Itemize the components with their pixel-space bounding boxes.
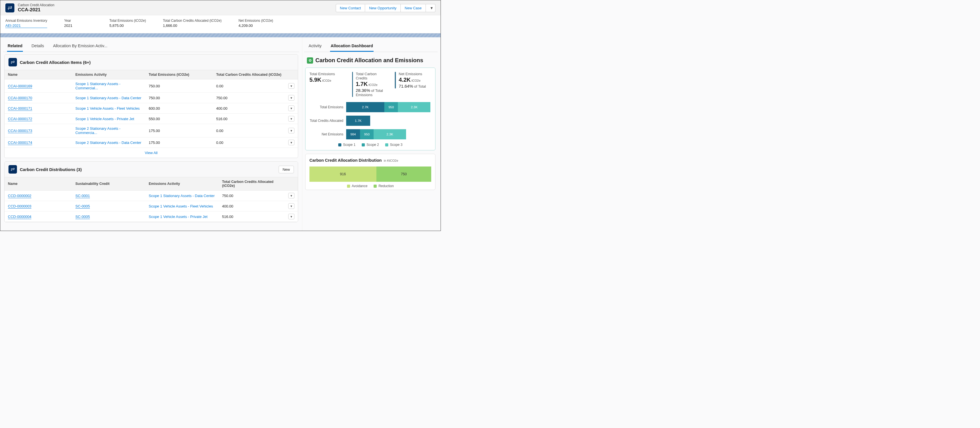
bar-segment-scope-2: 950 bbox=[360, 129, 374, 139]
item-name-link[interactable]: CCAI-0000171 bbox=[8, 106, 32, 111]
dist-segment-avoidance: 916 bbox=[309, 167, 376, 182]
dashboard-title: Carbon Credit Allocation and Emissions bbox=[315, 57, 423, 64]
bar-segment-scope-1: 984 bbox=[346, 129, 360, 139]
dcol-activity: Emissions Activity bbox=[145, 177, 219, 191]
item-name-link[interactable]: CCAI-0000169 bbox=[8, 84, 32, 89]
net-emissions-value: 4,209.00 bbox=[239, 24, 273, 28]
item-credits: 0.00 bbox=[213, 124, 285, 137]
distributions-card: Carbon Credit Distributions (3) New Name… bbox=[4, 161, 298, 222]
allocation-items-table: Name Emissions Activity Total Emissions … bbox=[5, 70, 298, 148]
dist-credit-link[interactable]: SC-0005 bbox=[75, 204, 90, 208]
more-actions-button[interactable]: ▼ bbox=[426, 4, 436, 12]
row-menu-button[interactable]: ▼ bbox=[288, 128, 294, 134]
table-row: CCAI-0000174 Scope 2 Stationary Assets -… bbox=[5, 137, 298, 148]
item-activity-link[interactable]: Scope 2 Stationary Assets - Commercia... bbox=[75, 126, 121, 135]
dist-credit-link[interactable]: SC-0005 bbox=[75, 215, 90, 219]
header-actions: New Contact New Opportunity New Case ▼ bbox=[336, 4, 436, 12]
item-credits: 750.00 bbox=[213, 93, 285, 103]
net-emissions-label: Net Emissions (tCO2e) bbox=[239, 19, 273, 22]
row-menu-button[interactable]: ▼ bbox=[288, 83, 294, 89]
item-credits: 400.00 bbox=[213, 103, 285, 114]
item-credits: 0.00 bbox=[213, 80, 285, 93]
new-distribution-button[interactable]: New bbox=[278, 165, 294, 173]
stat-total-cc-label: Total Carbon Credits bbox=[356, 72, 388, 80]
col-name: Name bbox=[5, 70, 72, 80]
list-icon bbox=[8, 58, 17, 67]
tab-activity[interactable]: Activity bbox=[308, 40, 322, 52]
item-credits: 516.00 bbox=[213, 114, 285, 124]
table-row: CCD-0000002 SC-0001 Scope 1 Stationary A… bbox=[5, 191, 298, 201]
item-activity-link[interactable]: Scope 1 Stationary Assets - Data Center bbox=[75, 96, 141, 100]
table-row: CCAI-0000170 Scope 1 Stationary Assets -… bbox=[5, 93, 298, 103]
tab-details[interactable]: Details bbox=[31, 40, 45, 52]
row-menu-button[interactable]: ▼ bbox=[288, 95, 294, 101]
legend-scope3: Scope 3 bbox=[390, 143, 402, 147]
distribution-bar-chart: 916750 bbox=[309, 167, 431, 182]
item-total: 175.00 bbox=[145, 124, 213, 137]
view-all-link[interactable]: View All bbox=[145, 151, 158, 155]
highlights-panel: Annual Emissions Inventory AEI-2021 Year… bbox=[0, 15, 441, 33]
distribution-title: Carbon Credit Allocation Distribution bbox=[309, 158, 382, 162]
tab-allocation-by-activity[interactable]: Allocation By Emission Activ... bbox=[52, 40, 108, 52]
allocation-items-card: Carbon Credit Allocation Items (6+) Name… bbox=[4, 54, 298, 158]
dist-name-link[interactable]: CCD-0000002 bbox=[8, 194, 31, 198]
distributions-table: Name Sustainability Credit Emissions Act… bbox=[5, 177, 298, 222]
new-case-button[interactable]: New Case bbox=[401, 4, 426, 12]
bar-segment-scope-1: 1.7K bbox=[346, 116, 370, 126]
stat-total-em-label: Total Emissions bbox=[309, 72, 335, 76]
aei-label: Annual Emissions Inventory bbox=[5, 19, 47, 22]
table-row: CCAI-0000172 Scope 1 Vehicle Assets - Pr… bbox=[5, 114, 298, 124]
item-name-link[interactable]: CCAI-0000170 bbox=[8, 96, 32, 100]
dist-alloc: 750.00 bbox=[219, 191, 285, 201]
item-total: 750.00 bbox=[145, 80, 213, 93]
stat-net-value: 4.2K bbox=[399, 76, 410, 83]
dist-activity-link[interactable]: Scope 1 Vehicle Assets - Fleet Vehicles bbox=[149, 204, 213, 208]
bar-track: 1.7K bbox=[346, 116, 431, 126]
legend-scope2: Scope 2 bbox=[366, 143, 379, 147]
distributions-title: Carbon Credit Distributions (3) bbox=[20, 167, 82, 172]
leaf-icon: ✿ bbox=[307, 57, 313, 64]
new-opportunity-button[interactable]: New Opportunity bbox=[365, 4, 401, 12]
dist-segment-reduction: 750 bbox=[376, 167, 431, 182]
new-contact-button[interactable]: New Contact bbox=[336, 4, 365, 12]
stat-total-cc-pct: 28.36% bbox=[356, 88, 370, 93]
row-menu-button[interactable]: ▼ bbox=[288, 140, 294, 145]
item-name-link[interactable]: CCAI-0000172 bbox=[8, 117, 32, 121]
item-name-link[interactable]: CCAI-0000174 bbox=[8, 140, 32, 145]
item-total: 600.00 bbox=[145, 103, 213, 114]
tab-allocation-dashboard[interactable]: Allocation Dashboard bbox=[330, 40, 374, 52]
item-name-link[interactable]: CCAI-0000173 bbox=[8, 129, 32, 133]
bar-track: 2.7K9502.3K bbox=[346, 102, 431, 112]
bar-row-label: Total Credits Allocated bbox=[309, 119, 346, 123]
item-total: 750.00 bbox=[145, 93, 213, 103]
record-header: Carbon Credit Allocation CCA-2021 New Co… bbox=[0, 0, 441, 15]
item-activity-link[interactable]: Scope 2 Stationary Assets - Data Center bbox=[75, 140, 141, 145]
bar-segment-scope-1: 2.7K bbox=[346, 102, 384, 112]
row-menu-button[interactable]: ▼ bbox=[288, 203, 294, 209]
dcol-credit: Sustainability Credit bbox=[72, 177, 146, 191]
bar-track: 9849502.3K bbox=[346, 129, 431, 139]
item-activity-link[interactable]: Scope 1 Vehicle Assets - Private Jet bbox=[75, 117, 134, 121]
dist-name-link[interactable]: CCD-0000003 bbox=[8, 204, 31, 208]
item-activity-link[interactable]: Scope 1 Vehicle Assets - Fleet Vehicles bbox=[75, 106, 140, 111]
dist-credit-link[interactable]: SC-0001 bbox=[75, 194, 90, 198]
table-row: CCAI-0000171 Scope 1 Vehicle Assets - Fl… bbox=[5, 103, 298, 114]
bar-segment-scope-2: 950 bbox=[384, 102, 398, 112]
tab-related[interactable]: Related bbox=[7, 40, 23, 52]
col-activity: Emissions Activity bbox=[72, 70, 146, 80]
dist-activity-link[interactable]: Scope 1 Stationary Assets - Data Center bbox=[149, 194, 215, 198]
total-emissions-label: Total Emissions (tCO2e) bbox=[109, 19, 146, 22]
record-title: CCA-2021 bbox=[18, 7, 54, 13]
item-activity-link[interactable]: Scope 1 Stationary Assets - Commercial..… bbox=[75, 82, 121, 90]
right-tabs: Activity Allocation Dashboard bbox=[304, 40, 438, 52]
dist-activity-link[interactable]: Scope 1 Vehicle Assets - Private Jet bbox=[149, 215, 207, 219]
aei-link[interactable]: AEI-2021 bbox=[5, 24, 47, 28]
row-menu-button[interactable]: ▼ bbox=[288, 193, 294, 199]
row-menu-button[interactable]: ▼ bbox=[288, 116, 294, 122]
bar-row-label: Total Emissions bbox=[309, 105, 346, 109]
item-total: 175.00 bbox=[145, 137, 213, 148]
row-menu-button[interactable]: ▼ bbox=[288, 214, 294, 220]
stat-total-cc-value: 1.7K bbox=[356, 81, 368, 87]
dist-name-link[interactable]: CCD-0000004 bbox=[8, 215, 31, 219]
row-menu-button[interactable]: ▼ bbox=[288, 105, 294, 111]
